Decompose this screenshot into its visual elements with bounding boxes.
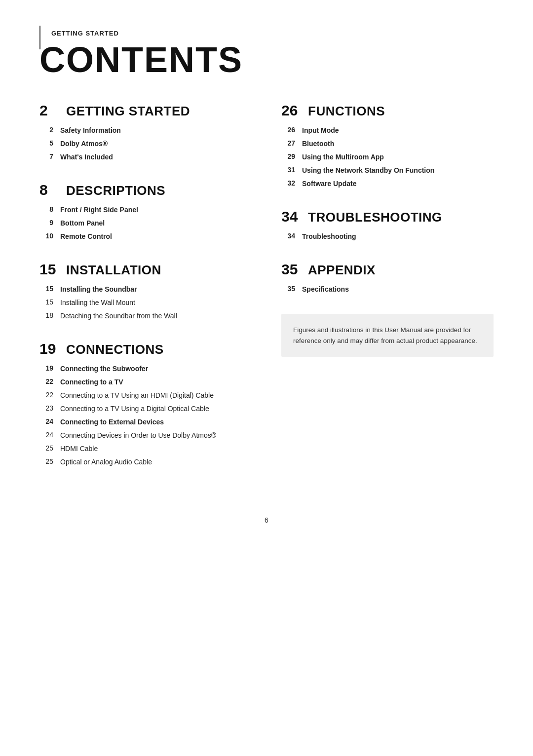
toc-item-text: Dolby Atmos®	[60, 139, 108, 149]
section-title: DESCRIPTIONS	[66, 183, 165, 198]
section-connections: 19CONNECTIONS19Connecting the Subwoofer2…	[39, 340, 252, 469]
toc-item-number: 19	[39, 364, 53, 372]
section-number: 19	[39, 340, 59, 357]
toc-item: 24Connecting to External Devices	[39, 416, 252, 429]
section-installation: 15INSTALLATION15Installing the Soundbar1…	[39, 261, 252, 323]
toc-item: 22Connecting to a TV Using an HDMI (Digi…	[39, 389, 252, 402]
header-label: GETTING STARTED	[49, 30, 494, 37]
toc-item-text: Connecting the Subwoofer	[60, 364, 148, 374]
section-title: FUNCTIONS	[308, 104, 385, 119]
toc-item-text: Installing the Soundbar	[60, 284, 137, 295]
section-number: 34	[281, 208, 301, 225]
toc-item: 9Bottom Panel	[39, 217, 252, 230]
toc-item: 15Installing the Soundbar	[39, 283, 252, 296]
section-header: 19CONNECTIONS	[39, 340, 252, 357]
toc-item: 2Safety Information	[39, 124, 252, 137]
toc-item-text: Connecting to a TV Using an HDMI (Digita…	[60, 390, 214, 401]
toc-item: 7What's Included	[39, 151, 252, 164]
toc-item-text: Software Update	[302, 179, 356, 189]
toc-item-number: 25	[39, 444, 53, 452]
toc-item: 18Detaching the Soundbar from the Wall	[39, 309, 252, 323]
toc-item-text: Input Mode	[302, 125, 339, 136]
page-title: CONTENTS	[39, 42, 494, 77]
toc-item-text: Front / Right Side Panel	[60, 205, 138, 215]
toc-item-text: Installing the Wall Mount	[60, 298, 135, 308]
toc-item: 8Front / Right Side Panel	[39, 203, 252, 217]
toc-item: 34Troubleshooting	[281, 230, 494, 243]
section-title: APPENDIX	[308, 263, 376, 278]
page: GETTING STARTED CONTENTS 2GETTING STARTE…	[0, 0, 533, 756]
toc-item-number: 25	[39, 457, 53, 465]
toc-item-text: Safety Information	[60, 125, 121, 136]
toc-item: 24Connecting Devices in Order to Use Dol…	[39, 429, 252, 442]
toc-item-number: 15	[39, 298, 53, 306]
toc-item-number: 5	[39, 139, 53, 147]
toc-item-text: Connecting Devices in Order to Use Dolby…	[60, 430, 216, 441]
section-getting-started: 2GETTING STARTED2Safety Information5Dolb…	[39, 102, 252, 164]
toc-item-text: Bottom Panel	[60, 218, 105, 228]
toc-item-number: 9	[39, 218, 53, 227]
toc-item: 32Software Update	[281, 177, 494, 190]
section-troubleshooting: 34TROUBLESHOOTING34Troubleshooting	[281, 208, 494, 243]
toc-item-text: Optical or Analog Audio Cable	[60, 457, 152, 467]
toc-item-text: Bluetooth	[302, 139, 334, 149]
toc-item-text: Connecting to External Devices	[60, 417, 164, 427]
toc-item: 10Remote Control	[39, 230, 252, 243]
toc-item-text: Remote Control	[60, 231, 112, 242]
section-title: GETTING STARTED	[66, 104, 190, 119]
toc-item-text: Connecting to a TV	[60, 377, 123, 387]
toc-item: 31Using the Network Standby On Function	[281, 164, 494, 177]
toc-item: 29Using the Multiroom App	[281, 151, 494, 164]
toc-item-number: 31	[281, 165, 295, 174]
toc-item-text: Using the Network Standby On Function	[302, 165, 434, 176]
section-title: TROUBLESHOOTING	[308, 210, 442, 225]
toc-item-number: 27	[281, 139, 295, 147]
section-number: 26	[281, 102, 301, 119]
column-left: 2GETTING STARTED2Safety Information5Dolb…	[39, 102, 252, 487]
section-functions: 26FUNCTIONS26Input Mode27Bluetooth29Usin…	[281, 102, 494, 190]
toc-item-number: 24	[39, 417, 53, 425]
section-header: 26FUNCTIONS	[281, 102, 494, 119]
toc-item-number: 23	[39, 404, 53, 412]
toc-item: 26Input Mode	[281, 124, 494, 137]
toc-item-number: 26	[281, 125, 295, 134]
toc-item-number: 29	[281, 152, 295, 160]
toc-item-text: Specifications	[302, 284, 349, 295]
toc-item-number: 15	[39, 284, 53, 293]
toc-item-text: HDMI Cable	[60, 444, 98, 454]
toc-item-number: 35	[281, 284, 295, 293]
toc-item-text: Using the Multiroom App	[302, 152, 384, 162]
toc-item: 15Installing the Wall Mount	[39, 296, 252, 309]
section-header: 35APPENDIX	[281, 261, 494, 278]
toc-item-number: 7	[39, 152, 53, 160]
section-appendix: 35APPENDIX35Specifications	[281, 261, 494, 296]
toc-item-number: 10	[39, 231, 53, 240]
section-descriptions: 8DESCRIPTIONS8Front / Right Side Panel9B…	[39, 182, 252, 243]
toc-item: 25HDMI Cable	[39, 442, 252, 455]
toc-item-number: 24	[39, 430, 53, 439]
info-box: Figures and illustrations in this User M…	[281, 314, 494, 357]
info-box-text: Figures and illustrations in this User M…	[293, 325, 482, 346]
toc-item-text: What's Included	[60, 152, 113, 162]
section-number: 2	[39, 102, 59, 119]
header-section: GETTING STARTED	[39, 30, 494, 37]
section-header: 15INSTALLATION	[39, 261, 252, 278]
toc-item: 25Optical or Analog Audio Cable	[39, 455, 252, 469]
toc-item: 23Connecting to a TV Using a Digital Opt…	[39, 402, 252, 416]
columns-wrapper: 2GETTING STARTED2Safety Information5Dolb…	[39, 102, 494, 487]
toc-item-text: Connecting to a TV Using a Digital Optic…	[60, 404, 209, 414]
section-header: 8DESCRIPTIONS	[39, 182, 252, 198]
section-number: 15	[39, 261, 59, 278]
toc-item-number: 8	[39, 205, 53, 213]
section-title: INSTALLATION	[66, 263, 161, 278]
toc-item-number: 34	[281, 231, 295, 240]
toc-item-number: 18	[39, 311, 53, 319]
page-number: 6	[39, 516, 494, 524]
toc-item-number: 32	[281, 179, 295, 187]
toc-item: 35Specifications	[281, 283, 494, 296]
toc-item-text: Troubleshooting	[302, 231, 356, 242]
section-number: 35	[281, 261, 301, 278]
toc-item: 27Bluetooth	[281, 137, 494, 151]
column-right: 26FUNCTIONS26Input Mode27Bluetooth29Usin…	[281, 102, 494, 487]
section-header: 34TROUBLESHOOTING	[281, 208, 494, 225]
